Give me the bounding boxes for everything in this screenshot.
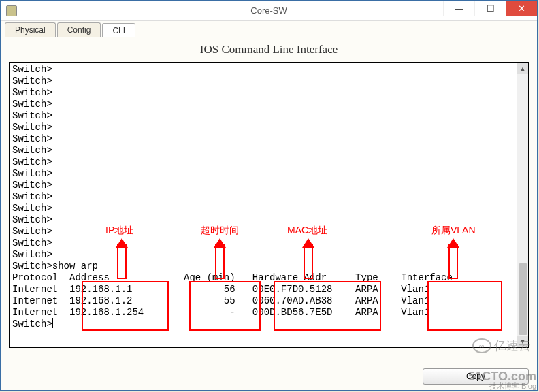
terminal-container: Switch> Switch> Switch> Switch> Switch> …: [9, 62, 529, 348]
minimize-button[interactable]: —: [443, 1, 474, 16]
titlebar: Core-SW — ☐ ✕: [1, 1, 537, 21]
tab-physical[interactable]: Physical: [5, 22, 56, 37]
scroll-up-button[interactable]: ▲: [517, 63, 528, 74]
copy-button[interactable]: Copy: [423, 368, 529, 385]
close-button[interactable]: ✕: [506, 1, 537, 16]
pane-title: IOS Command Line Interface: [9, 43, 529, 56]
tab-cli[interactable]: CLI: [102, 23, 135, 37]
tabbar: Physical Config CLI: [1, 21, 537, 37]
scroll-thumb[interactable]: [519, 263, 527, 335]
tab-config[interactable]: Config: [57, 22, 101, 37]
window-controls: — ☐ ✕: [443, 1, 537, 16]
app-window: Core-SW — ☐ ✕ Physical Config CLI IOS Co…: [0, 0, 538, 391]
scroll-down-button[interactable]: ▼: [517, 336, 528, 347]
cli-pane: IOS Command Line Interface Switch> Switc…: [1, 37, 537, 390]
terminal-output[interactable]: Switch> Switch> Switch> Switch> Switch> …: [10, 63, 517, 347]
maximize-button[interactable]: ☐: [474, 1, 506, 16]
terminal-scrollbar[interactable]: ▲ ▼: [517, 63, 528, 347]
